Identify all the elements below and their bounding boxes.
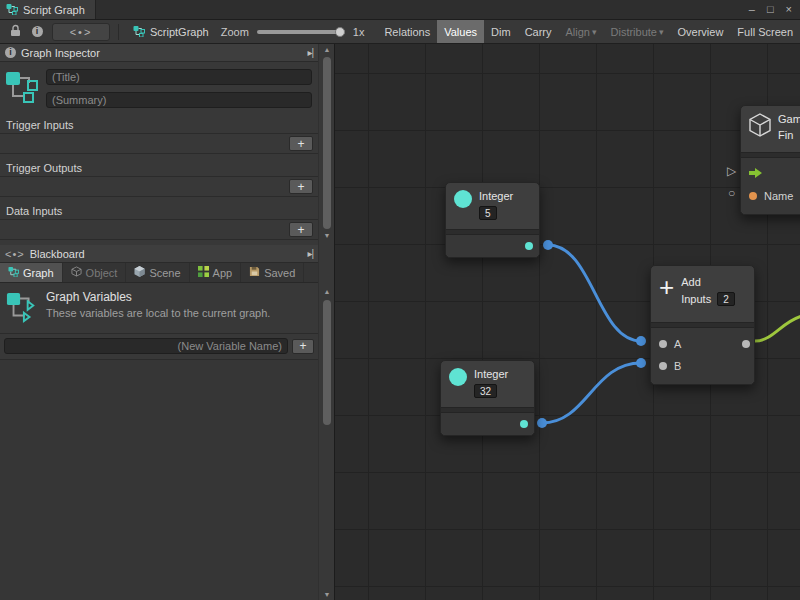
sidebar-scrollbar: ▲ ▼ ▲ ▼ xyxy=(318,44,334,600)
graph-summary-input[interactable] xyxy=(46,92,312,108)
gameobject-cube-icon xyxy=(749,113,771,139)
integer-value-field[interactable]: 5 xyxy=(479,206,497,220)
zoom-slider[interactable] xyxy=(257,25,345,39)
control-flow-arrow-icon[interactable] xyxy=(749,167,763,181)
port-label: Name xyxy=(764,190,793,202)
inputs-label: Inputs xyxy=(681,293,711,306)
data-inputs-section: Data Inputs + xyxy=(0,202,318,240)
full-screen-button[interactable]: Full Screen xyxy=(730,20,800,43)
input-port-b[interactable] xyxy=(659,362,667,370)
overview-button[interactable]: Overview xyxy=(671,20,731,43)
node-header[interactable]: Integer 5 xyxy=(446,183,539,229)
main-area: i Graph Inspector ▸| Trigger Inputs + xyxy=(0,44,800,600)
connection-wire[interactable] xyxy=(542,363,641,423)
scroll-down-icon[interactable]: ▼ xyxy=(319,232,335,239)
graph-variables-title: Graph Variables xyxy=(46,290,270,304)
toolbar-toggle-group: Relations Values Dim Carry Align▾ Distri… xyxy=(377,20,800,43)
string-input-port[interactable] xyxy=(749,192,757,200)
tab-app[interactable]: App xyxy=(190,263,242,282)
add-variable-button[interactable]: + xyxy=(292,339,314,354)
blackboard-tabbar: Graph Object Scene xyxy=(0,263,318,283)
blackboard-title: Blackboard xyxy=(30,248,85,260)
close-icon[interactable]: × xyxy=(786,4,792,15)
tab-scene[interactable]: Scene xyxy=(126,263,189,282)
value-input-port-icon[interactable]: ○ xyxy=(728,186,735,200)
connection-wire[interactable] xyxy=(548,245,641,341)
node-title-line: Gam xyxy=(778,113,800,126)
integer-node-2[interactable]: Integer 32 xyxy=(440,360,535,436)
trigger-outputs-section: Trigger Outputs + xyxy=(0,159,318,197)
graph-variables-subtitle: These variables are local to the current… xyxy=(46,307,270,319)
add-icon: + xyxy=(659,276,674,298)
tab-saved[interactable]: Saved xyxy=(241,263,304,282)
new-variable-row: + xyxy=(0,333,318,359)
trigger-inputs-section: Trigger Inputs + xyxy=(0,116,318,154)
info-button[interactable]: i xyxy=(26,22,48,42)
maximize-icon[interactable]: □ xyxy=(767,4,774,15)
section-label: Trigger Outputs xyxy=(0,159,318,177)
node-port-body xyxy=(441,413,534,435)
chevron-down-icon: ▾ xyxy=(592,27,597,37)
name-port-row: Name xyxy=(741,185,800,207)
carry-button[interactable]: Carry xyxy=(518,20,559,43)
window-tab-title: Script Graph xyxy=(23,4,85,16)
unit-picker-button[interactable]: <•> xyxy=(52,23,110,41)
script-graph-window: Script Graph – □ × i <•> ScriptGraph Zoo… xyxy=(0,0,800,600)
integer-value-field[interactable]: 32 xyxy=(474,384,497,398)
scroll-up-icon[interactable]: ▲ xyxy=(319,46,335,53)
node-header[interactable]: Integer 32 xyxy=(441,361,534,407)
connection-wire[interactable] xyxy=(755,316,800,341)
jump-to-panel-icon[interactable]: ▸| xyxy=(307,248,313,259)
zoom-slider-knob[interactable] xyxy=(335,27,345,37)
tab-object[interactable]: Object xyxy=(63,263,127,282)
toolbar-separator xyxy=(118,24,119,40)
distribute-button[interactable]: Distribute▾ xyxy=(604,20,671,43)
node-port-body: Name xyxy=(741,158,800,214)
add-node[interactable]: + Add Inputs 2 A xyxy=(650,265,755,385)
node-title: Add xyxy=(681,276,735,289)
minimize-icon[interactable]: – xyxy=(749,4,755,15)
node-header[interactable]: Gam Fin xyxy=(741,106,800,152)
graph-select-button[interactable]: ScriptGraph xyxy=(127,20,215,43)
sidebar: i Graph Inspector ▸| Trigger Inputs + xyxy=(0,44,318,600)
integer-output-port[interactable] xyxy=(525,242,533,250)
add-trigger-input-button[interactable]: + xyxy=(289,136,313,151)
add-data-input-button[interactable]: + xyxy=(289,222,313,237)
graph-canvas[interactable]: Integer 5 Integer 32 xyxy=(334,44,800,600)
relations-button[interactable]: Relations xyxy=(377,20,437,43)
window-tab-script-graph[interactable]: Script Graph xyxy=(0,0,96,19)
graph-title-input[interactable] xyxy=(46,69,312,85)
lock-button[interactable] xyxy=(4,22,26,42)
unit-icon: <•> xyxy=(5,248,25,260)
graph-variables-block: Graph Variables These variables are loca… xyxy=(0,283,318,333)
tab-graph[interactable]: Graph xyxy=(0,263,63,282)
node-title-line: Fin xyxy=(778,129,800,142)
output-port-sum[interactable] xyxy=(742,340,750,348)
new-variable-input[interactable] xyxy=(4,338,288,354)
jump-to-panel-icon[interactable]: ▸| xyxy=(307,47,313,58)
align-button[interactable]: Align▾ xyxy=(559,20,604,43)
graph-select-label: ScriptGraph xyxy=(150,26,209,38)
values-button[interactable]: Values xyxy=(437,20,484,43)
input-port-a[interactable] xyxy=(659,340,667,348)
scroll-down-icon[interactable]: ▼ xyxy=(319,591,335,598)
inspector-scrollbar-thumb[interactable] xyxy=(323,57,331,229)
scroll-up-icon[interactable]: ▲ xyxy=(319,288,335,295)
scene-cube-icon xyxy=(134,266,145,279)
inputs-count-field[interactable]: 2 xyxy=(717,292,735,306)
add-trigger-output-button[interactable]: + xyxy=(289,179,313,194)
partial-node[interactable]: Gam Fin Name xyxy=(740,105,800,215)
dim-button[interactable]: Dim xyxy=(484,20,518,43)
app-grid-icon xyxy=(198,266,209,279)
zoom-label: Zoom xyxy=(221,26,249,38)
section-label: Trigger Inputs xyxy=(0,116,318,134)
port-row-a: A xyxy=(651,333,754,355)
integer-output-port[interactable] xyxy=(520,420,528,428)
integer-icon xyxy=(449,368,467,386)
node-header[interactable]: + Add Inputs 2 xyxy=(651,266,754,322)
control-input-port-icon[interactable]: ▷ xyxy=(727,164,736,178)
section-empty-row: + xyxy=(0,177,318,197)
integer-node-1[interactable]: Integer 5 xyxy=(445,182,540,258)
saved-disk-icon xyxy=(249,266,260,279)
blackboard-scrollbar-thumb[interactable] xyxy=(323,300,331,425)
